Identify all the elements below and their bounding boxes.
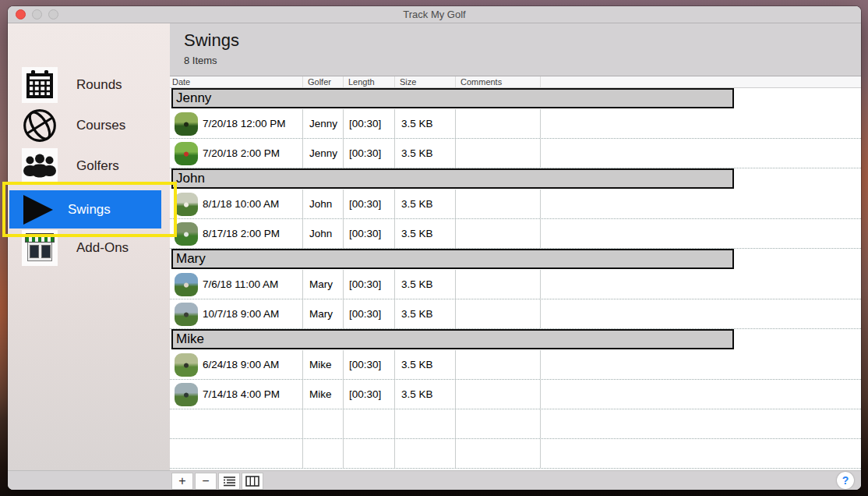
length-cell: [00:30] [344,270,395,299]
column-header-golfer[interactable]: Golfer [303,76,344,87]
swing-row[interactable]: 8/17/18 2:00 PMJohn[00:30]3.5 KB [170,219,861,249]
size-cell: 3.5 KB [395,109,456,138]
row-filler [541,139,861,168]
sidebar: Rounds Courses [8,23,170,470]
page-title: Swings [184,23,861,51]
swing-row[interactable]: 7/20/18 2:00 PMJenny[00:30]3.5 KB [170,139,861,168]
golfer-cell [303,439,344,468]
length-cell: [00:30] [344,299,395,328]
swing-row[interactable]: 6/24/18 9:00 AMMike[00:30]3.5 KB [170,350,861,380]
date-text: 7/14/18 4:00 PM [203,388,280,400]
main-area: Rounds Courses [8,23,861,470]
comments-cell [456,350,541,379]
column-view-button[interactable] [242,473,263,490]
golfer-cell: John [303,190,344,218]
group-header-mike[interactable]: Mike [171,329,734,349]
length-cell [344,409,395,438]
swing-video-thumbnail[interactable] [175,193,198,216]
help-button[interactable]: ? [837,472,854,489]
comments-cell [456,409,541,438]
date-cell: 8/1/18 10:00 AM [170,190,303,218]
sidebar-item-golfers[interactable]: Golfers [22,148,119,184]
row-filler [541,219,861,248]
date-text: 6/24/18 9:00 AM [203,359,279,370]
column-header-filler [541,76,861,87]
close-button[interactable] [16,9,26,19]
size-cell: 3.5 KB [395,270,456,299]
list-icon [223,476,236,487]
length-cell: [00:30] [344,190,395,218]
storefront-icon [24,233,55,263]
size-cell: 3.5 KB [395,299,456,328]
swing-row[interactable]: 8/1/18 10:00 AMJohn[00:30]3.5 KB [170,190,861,219]
row-filler [541,299,861,328]
zoom-button[interactable] [48,9,58,19]
add-button[interactable]: + [171,473,193,490]
group-header-john[interactable]: John [171,168,734,189]
date-text: 7/6/18 11:00 AM [203,278,278,290]
swing-video-thumbnail[interactable] [175,383,198,406]
date-cell: 7/20/18 12:00 PM [170,109,303,138]
table-body: Jenny7/20/18 12:00 PMJenny[00:30]3.5 KB7… [170,88,861,470]
sidebar-item-label: Add-Ons [76,240,129,256]
group-row: Jenny [170,88,861,109]
title-bar[interactable]: Track My Golf [8,6,861,23]
swing-video-thumbnail[interactable] [175,142,198,165]
swing-row[interactable]: 7/14/18 4:00 PMMike[00:30]3.5 KB [170,380,861,409]
size-cell: 3.5 KB [395,219,456,248]
swing-video-thumbnail[interactable] [175,303,198,326]
minus-icon: − [202,474,209,488]
size-cell: 3.5 KB [395,380,456,409]
size-cell: 3.5 KB [395,190,456,218]
golfer-cell [303,409,344,438]
date-cell: 7/6/18 11:00 AM [170,270,303,299]
sidebar-item-add-ons[interactable]: Add-Ons [22,230,129,266]
swing-row[interactable]: 10/7/18 9:00 AMMary[00:30]3.5 KB [170,299,861,329]
sidebar-item-rounds[interactable]: Rounds [22,67,122,103]
plus-icon: + [178,474,185,488]
item-count: 8 Items [184,55,861,66]
swing-video-thumbnail[interactable] [175,273,198,296]
sidebar-item-courses[interactable]: Courses [22,108,125,143]
table-toolbar: + − [171,473,263,490]
swing-video-thumbnail[interactable] [175,112,198,136]
length-cell: [00:30] [344,380,395,409]
date-cell: 7/14/18 4:00 PM [170,380,303,409]
sidebar-item-swings[interactable]: Swings [9,190,161,229]
swing-row[interactable]: 7/6/18 11:00 AMMary[00:30]3.5 KB [170,270,861,299]
date-cell: 10/7/18 9:00 AM [170,299,303,328]
empty-row [170,439,861,469]
row-filler [541,270,861,299]
column-header-length[interactable]: Length [344,76,395,87]
remove-button[interactable]: − [195,473,217,490]
swing-video-thumbnail[interactable] [175,353,198,377]
date-cell [170,439,303,468]
date-text: 7/20/18 12:00 PM [203,118,286,129]
column-header-comments[interactable]: Comments [456,76,541,87]
golfer-cell: Mary [303,270,344,299]
size-cell: 3.5 KB [395,139,456,168]
row-filler [541,380,861,409]
play-icon [23,195,53,225]
sidebar-item-label: Courses [76,118,125,133]
empty-row [170,409,861,439]
length-cell: [00:30] [344,109,395,138]
size-cell: 3.5 KB [395,350,456,379]
group-header-jenny[interactable]: Jenny [171,88,734,108]
column-header-date[interactable]: Date [170,76,303,87]
traffic-lights [16,9,58,19]
comments-cell [456,109,541,138]
swing-video-thumbnail[interactable] [175,222,198,246]
question-mark-icon: ? [842,474,849,487]
column-header-size[interactable]: Size [395,76,456,87]
length-cell: [00:30] [344,219,395,248]
date-cell: 8/17/18 2:00 PM [170,219,303,248]
group-view-button[interactable] [218,473,240,490]
date-text: 10/7/18 9:00 AM [203,308,279,320]
globe-icon [22,106,58,145]
swing-row[interactable]: 7/20/18 12:00 PMJenny[00:30]3.5 KB [170,109,861,139]
size-cell [395,439,456,468]
columns-icon [245,476,259,487]
group-header-mary[interactable]: Mary [171,249,734,269]
minimize-button[interactable] [32,9,42,19]
